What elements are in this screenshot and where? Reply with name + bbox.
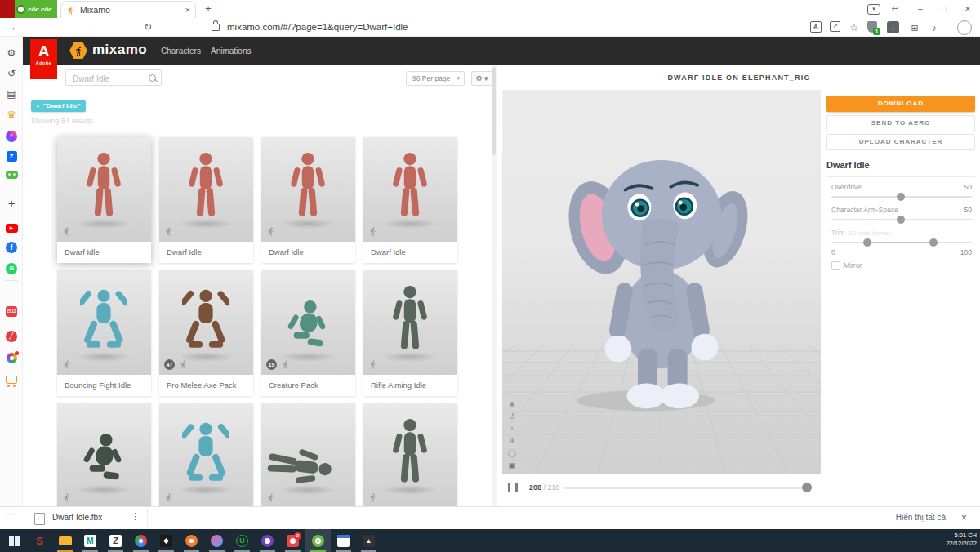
taskbar-github-desktop[interactable] bbox=[255, 529, 280, 552]
taskbar-unity[interactable]: ▲ bbox=[356, 529, 381, 552]
arm-space-slider[interactable] bbox=[831, 219, 972, 220]
zoom-tool-icon[interactable]: ⊕ bbox=[506, 434, 519, 447]
animation-card[interactable]: Bouncing Fight Idle bbox=[57, 270, 151, 396]
taskbar-clock[interactable]: 5:01 CH 22/12/2022 bbox=[946, 532, 977, 548]
taskbar-updates-app[interactable]: 3 bbox=[280, 529, 305, 552]
ssl-lock-icon[interactable] bbox=[212, 24, 220, 31]
taskbar-substance-3d[interactable] bbox=[154, 529, 179, 552]
chip-close-icon[interactable]: × bbox=[36, 102, 40, 109]
animation-pack-card[interactable]: 19 Creature Pack bbox=[261, 270, 355, 396]
sidebar-more-icon[interactable]: ⋯ bbox=[5, 509, 14, 519]
timeline-slider[interactable] bbox=[564, 487, 806, 489]
nav-characters[interactable]: Characters bbox=[161, 47, 201, 56]
overdrive-slider-handle[interactable] bbox=[897, 193, 905, 201]
taskbar-blender[interactable] bbox=[179, 529, 204, 552]
taskbar-zbrush[interactable]: Z bbox=[103, 529, 128, 552]
filter-chip[interactable]: ×"Dwarf Idle" bbox=[31, 100, 86, 112]
back-button[interactable]: ← bbox=[7, 18, 24, 37]
animation-card[interactable]: Dwarf Idle bbox=[261, 137, 355, 263]
file-menu-icon[interactable]: ⋮ bbox=[131, 511, 140, 522]
news-feed-icon[interactable]: ▤ bbox=[0, 88, 23, 100]
rewards-crown-icon[interactable]: ♛ bbox=[0, 109, 23, 121]
arm-space-slider-handle[interactable] bbox=[897, 216, 905, 224]
translate-icon[interactable]: A bbox=[810, 21, 822, 33]
taskbar-chrome[interactable] bbox=[128, 529, 154, 552]
facebook-icon[interactable]: f bbox=[0, 241, 23, 253]
taskbar-paint-3d[interactable] bbox=[204, 529, 229, 552]
youtube-icon[interactable]: ▶ bbox=[0, 220, 23, 233]
zalo-icon[interactable]: Z bbox=[0, 149, 23, 162]
list-scrollbar[interactable] bbox=[492, 65, 497, 506]
timeline-handle[interactable] bbox=[802, 483, 812, 492]
profile-avatar[interactable] bbox=[957, 20, 972, 35]
taskbar-antivirus-s[interactable]: S bbox=[27, 529, 52, 552]
animation-card[interactable]: Rifle Aiming Idle bbox=[363, 270, 457, 396]
games-icon[interactable] bbox=[0, 170, 23, 181]
downloaded-file-name[interactable]: Dwarf Idle.fbx bbox=[52, 513, 102, 522]
character-tool-icon[interactable]: ☻ bbox=[506, 398, 519, 410]
taskbar-file-explorer[interactable] bbox=[52, 529, 78, 552]
animation-card[interactable]: Dwarf Idle bbox=[159, 137, 253, 263]
share-icon[interactable]: ↗ bbox=[830, 21, 840, 32]
window-minimize-button[interactable]: – bbox=[910, 0, 931, 18]
trim-range-slider[interactable] bbox=[831, 242, 972, 243]
bookmark-star-icon[interactable]: ☆ bbox=[848, 21, 861, 34]
tab-close-icon[interactable]: × bbox=[185, 5, 190, 15]
media-icon[interactable]: ♪ bbox=[928, 21, 941, 34]
downloads-icon[interactable]: ↓ bbox=[887, 21, 899, 33]
shopping-icon[interactable] bbox=[0, 376, 23, 388]
forward-button[interactable]: → bbox=[80, 18, 98, 37]
mixamo-logo-text[interactable]: mixamo bbox=[92, 42, 147, 58]
start-button[interactable] bbox=[2, 529, 27, 552]
window-close-button[interactable]: × bbox=[957, 0, 978, 18]
reload-button[interactable]: ↻ bbox=[139, 18, 157, 37]
send-to-aero-button[interactable]: SEND TO AERO bbox=[826, 115, 975, 131]
settings-icon[interactable]: ⚙ bbox=[0, 47, 23, 59]
overdrive-slider[interactable] bbox=[831, 196, 972, 198]
taskbar-maya[interactable]: M bbox=[78, 529, 103, 552]
downloads-close-icon[interactable]: × bbox=[961, 512, 967, 523]
new-tab-button[interactable]: + bbox=[201, 2, 216, 16]
pan-tool-icon[interactable]: + bbox=[506, 422, 519, 434]
messenger-icon[interactable]: ⚡ bbox=[0, 129, 23, 142]
download-button[interactable]: DOWNLOAD bbox=[826, 96, 975, 112]
calendar-sale-icon[interactable]: 25.12 bbox=[0, 304, 23, 317]
animation-card[interactable]: Dwarf Idle bbox=[363, 137, 457, 263]
window-maximize-button[interactable]: □ bbox=[933, 0, 955, 18]
spotify-icon[interactable]: ≋ bbox=[0, 261, 23, 274]
coc-coc-menu-button[interactable]: cốc cốc bbox=[15, 0, 57, 18]
list-settings-button[interactable]: ⚙ ▾ bbox=[471, 71, 492, 86]
search-icon[interactable] bbox=[149, 74, 156, 82]
camera-tool-icon[interactable]: ▣ bbox=[506, 459, 519, 471]
coc-coc-logo-red[interactable] bbox=[0, 0, 15, 18]
show-all-downloads-link[interactable]: Hiển thị tất cả bbox=[896, 513, 946, 522]
nav-animations[interactable]: Animations bbox=[211, 47, 251, 56]
mirror-checkbox[interactable] bbox=[831, 261, 840, 270]
extensions-icon[interactable]: ⊞ bbox=[908, 21, 921, 34]
trim-start-handle[interactable] bbox=[863, 238, 871, 247]
url-text[interactable]: mixamo.com/#/?page=1&query=Dwarf+Idle bbox=[227, 18, 408, 37]
notes-pencil-icon[interactable]: ╱ bbox=[0, 329, 23, 342]
search-input[interactable] bbox=[71, 71, 146, 86]
animation-pack-card[interactable]: 47 Pro Melee Axe Pack bbox=[159, 270, 253, 396]
add-shortcut-icon[interactable]: + bbox=[0, 197, 23, 210]
history-icon[interactable]: ↺ bbox=[0, 68, 23, 79]
taskbar-utorrent[interactable]: U bbox=[229, 529, 255, 552]
orbit-tool-icon[interactable]: ◯ bbox=[506, 447, 519, 459]
pause-button[interactable] bbox=[508, 483, 518, 492]
trim-end-handle[interactable] bbox=[929, 238, 938, 247]
adobe-logo[interactable]: AAdobe bbox=[30, 39, 57, 79]
viewport-3d[interactable] bbox=[502, 90, 821, 474]
taskbar-coc-coc[interactable] bbox=[305, 529, 331, 552]
upload-character-button[interactable]: UPLOAD CHARACTER bbox=[826, 134, 975, 150]
browser-tab-mixamo[interactable]: Mixamo × bbox=[60, 1, 196, 18]
reopen-tab-icon[interactable]: ↩ bbox=[884, 0, 906, 18]
tab-search-icon[interactable]: ▾ bbox=[867, 4, 880, 15]
themes-icon[interactable] bbox=[0, 353, 23, 366]
rotate-tool-icon[interactable]: ↺ bbox=[506, 410, 519, 422]
animation-card[interactable]: Dwarf Idle bbox=[57, 137, 151, 263]
taskbar-sticky-notes[interactable] bbox=[331, 529, 356, 552]
per-page-select[interactable]: 96 Per page ▾ bbox=[406, 71, 465, 86]
animation-search-field[interactable] bbox=[65, 69, 162, 86]
adblock-shield-icon[interactable]: 1 bbox=[867, 21, 877, 33]
